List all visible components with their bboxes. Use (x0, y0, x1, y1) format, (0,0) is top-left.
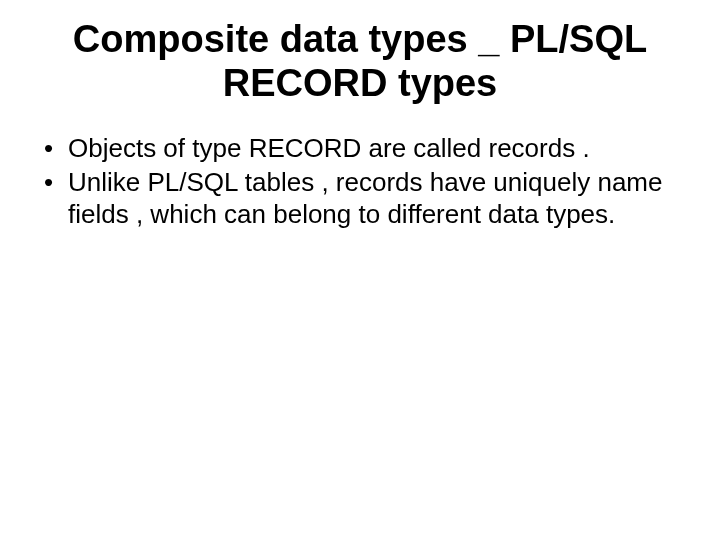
bullet-item: Objects of type RECORD are called record… (40, 133, 680, 165)
slide-title: Composite data types _ PL/SQL RECORD typ… (40, 18, 680, 105)
slide-body: Objects of type RECORD are called record… (40, 133, 680, 230)
bullet-item: Unlike PL/SQL tables , records have uniq… (40, 167, 680, 230)
bullet-list: Objects of type RECORD are called record… (40, 133, 680, 230)
slide: Composite data types _ PL/SQL RECORD typ… (0, 0, 720, 540)
